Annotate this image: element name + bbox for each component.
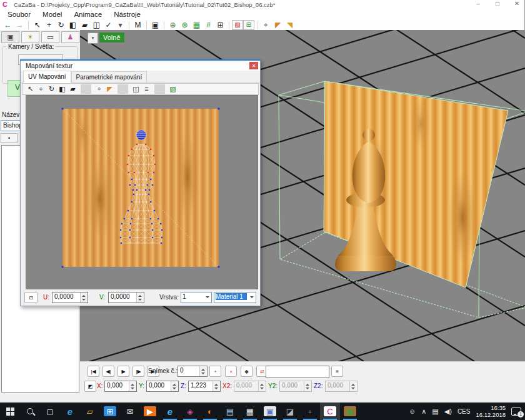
key-name-input[interactable] xyxy=(266,366,329,378)
uv-grid-icon[interactable]: ▦ xyxy=(191,20,202,30)
flash-red-icon[interactable]: ▧ xyxy=(232,20,243,30)
close-button[interactable]: ✕ xyxy=(513,0,521,7)
cazaba-app[interactable]: C xyxy=(320,402,340,420)
network-tray-icon[interactable]: ▤ xyxy=(432,408,438,416)
store-app[interactable]: ⊞ xyxy=(100,402,120,420)
menu-soubor[interactable]: Soubor xyxy=(8,11,31,18)
y-spinner[interactable]: 0,000 xyxy=(146,381,179,392)
menu-nastroje[interactable]: Nástroje xyxy=(114,11,141,18)
view-mode-dropdown[interactable]: ▾ xyxy=(88,32,98,44)
move-icon[interactable]: + xyxy=(43,20,55,30)
v-spinner[interactable]: 0,0000 xyxy=(108,292,144,303)
floppy-app[interactable]: ▣ xyxy=(260,402,280,420)
go-first-button[interactable]: |◀ xyxy=(88,366,99,377)
select-icon[interactable]: ↖ xyxy=(31,20,43,30)
cam-tool-app[interactable]: ▫ xyxy=(300,402,320,420)
u-spinner[interactable]: 0,0000 xyxy=(52,292,88,303)
frame-target-icon[interactable]: ⌖ xyxy=(260,20,272,30)
actor-tab[interactable]: ♟ xyxy=(61,31,79,43)
gray-tool-app[interactable]: ◪ xyxy=(280,402,300,420)
people-tray-icon[interactable]: ☺ xyxy=(409,408,416,415)
key-list-button[interactable]: ◆ xyxy=(241,366,252,377)
action-center-icon[interactable]: 1 xyxy=(511,408,521,416)
start-button[interactable] xyxy=(0,402,20,420)
firefox-app[interactable]: ◐ xyxy=(200,402,220,420)
add-key-button[interactable]: + xyxy=(209,366,221,377)
frame-spinner[interactable]: 0 xyxy=(178,366,208,377)
separator[interactable] xyxy=(118,84,128,94)
uv-canvas[interactable] xyxy=(26,95,258,289)
layer-combo[interactable]: 1 xyxy=(181,292,212,303)
dialog-title-bar[interactable]: Mapování textur ✕ xyxy=(21,61,260,71)
separator[interactable] xyxy=(164,21,164,29)
vertex-snap-icon[interactable]: ⊛ xyxy=(179,20,191,30)
point-mode-button[interactable]: • xyxy=(1,133,18,143)
separator[interactable] xyxy=(28,21,29,29)
scale-icon[interactable]: ◧ xyxy=(67,20,79,30)
calculator-app[interactable]: ▦ xyxy=(240,402,260,420)
search-button[interactable] xyxy=(20,402,40,420)
mail-app[interactable]: ✉ xyxy=(120,402,140,420)
uv-mirror-h-icon[interactable]: ≡ xyxy=(141,84,152,94)
separator[interactable] xyxy=(229,21,229,29)
language-indicator[interactable]: CES xyxy=(458,408,471,415)
display-tab[interactable]: ▭ xyxy=(41,31,59,43)
play-button[interactable]: ▶ xyxy=(118,366,129,377)
uv-select-icon[interactable]: ↖ xyxy=(25,84,36,94)
uv-mirror-v-icon[interactable]: ◫ xyxy=(131,84,141,94)
notepad-app[interactable]: ▤ xyxy=(220,402,240,420)
rotate-icon[interactable]: ↻ xyxy=(55,20,67,30)
separator[interactable] xyxy=(129,21,129,29)
uv-move-icon[interactable]: + xyxy=(36,84,46,94)
taskview-button[interactable]: ◻ xyxy=(40,402,60,420)
paint-app[interactable]: ◈ xyxy=(180,402,200,420)
frame-spin-buttons[interactable] xyxy=(199,366,207,376)
mirror-icon[interactable]: ◫ xyxy=(91,20,102,30)
title-bar[interactable]: C CaZaBa - D:\Projekty_Cpp\Program9_CaZa… xyxy=(0,0,524,9)
uv-paint-icon[interactable]: ▰ xyxy=(68,84,78,94)
separator[interactable] xyxy=(257,21,258,29)
tab-uv-mapovani[interactable]: UV Mapování xyxy=(23,71,71,83)
menu-model[interactable]: Model xyxy=(42,11,62,18)
uv-scale-icon[interactable]: ◧ xyxy=(57,84,68,94)
curve-icon[interactable]: M xyxy=(132,20,144,30)
separator[interactable] xyxy=(81,84,91,94)
uv-texture-icon[interactable]: ▧ xyxy=(168,84,178,94)
light-tab[interactable]: ☀ xyxy=(21,31,39,43)
edge-app[interactable]: e xyxy=(60,402,80,420)
grid-snap-icon[interactable]: # xyxy=(202,20,214,30)
add-green-icon[interactable]: ⊞ xyxy=(243,20,254,30)
uv-rotate-icon[interactable]: ↻ xyxy=(46,84,57,94)
separator[interactable] xyxy=(146,21,147,29)
menu-animace[interactable]: Animace xyxy=(74,11,102,18)
z-spinner[interactable]: 1,223 xyxy=(188,381,221,392)
corner-scale-icon[interactable]: ◥ xyxy=(284,20,296,30)
apply-check-icon[interactable]: ✓ xyxy=(102,20,114,30)
curve-editor-button[interactable]: ◩ xyxy=(84,381,96,392)
corner-rotate-icon[interactable]: ◤ xyxy=(272,20,284,30)
uv-editor-scene[interactable] xyxy=(26,96,258,289)
zoom-grid-icon[interactable]: ⊞ xyxy=(214,20,226,30)
forward-icon[interactable]: → xyxy=(14,20,26,30)
movies-app[interactable]: ▶ xyxy=(140,402,160,420)
minimize-button[interactable]: – xyxy=(474,0,482,7)
tab-parametricke-mapovani[interactable]: Parametrické mapování xyxy=(71,71,148,83)
separator[interactable] xyxy=(154,84,165,94)
remove-key-button[interactable]: × xyxy=(225,366,237,377)
uv-coord-tool-button[interactable]: ⊡ xyxy=(24,292,38,303)
clock[interactable]: 16:35 16.12.2018 xyxy=(476,404,506,419)
volume-tray-icon[interactable]: ◀) xyxy=(444,408,452,416)
camera-icon[interactable]: ▣ xyxy=(149,20,161,30)
dialog-close-button[interactable]: ✕ xyxy=(249,62,258,69)
camera-tab[interactable]: ▣ xyxy=(1,31,19,43)
x-spinner[interactable]: 0,000 xyxy=(104,381,137,392)
next-key-button[interactable]: |▶ xyxy=(132,366,144,377)
explorer-app[interactable]: ▱ xyxy=(80,402,100,420)
back-icon[interactable]: ← xyxy=(2,20,14,30)
ie-app[interactable]: e xyxy=(160,402,180,420)
wood-app[interactable]: ▩ xyxy=(340,402,360,420)
material-combo[interactable]: Material 1 xyxy=(214,292,256,303)
apply-dropdown-icon[interactable]: ▾ xyxy=(114,20,126,30)
paint-icon[interactable]: ▰ xyxy=(79,20,91,30)
key-list-end-button[interactable]: ≡ xyxy=(331,366,343,377)
